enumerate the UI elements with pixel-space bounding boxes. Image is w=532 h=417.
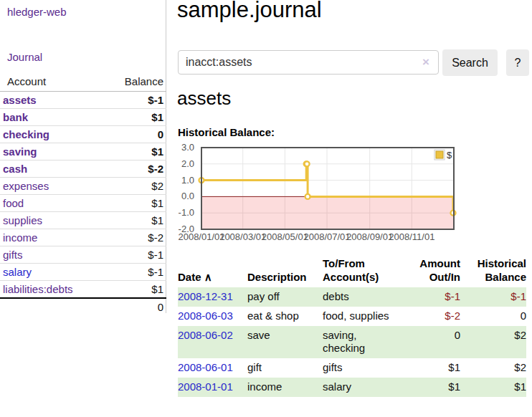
- accounts-total-balance: 0: [101, 298, 166, 315]
- negative-region: [201, 196, 454, 229]
- y-axis-tick-label: 0.0: [181, 191, 194, 201]
- register-header-row: Date ∧ Description To/From Account(s) Am…: [178, 255, 526, 287]
- account-row: assets $-1: [0, 92, 166, 109]
- sort-ascending-icon: ∧: [204, 271, 212, 283]
- transaction-balance: 0: [460, 307, 526, 326]
- account-balance: $-2: [101, 229, 166, 246]
- account-balance: $1: [101, 281, 166, 299]
- y-axis-tick-label: -1.0: [179, 207, 194, 218]
- x-axis-tick-label: 2008/01/01: [178, 231, 224, 242]
- transaction-accounts: food, supplies: [323, 307, 397, 326]
- account-heading: assets: [177, 87, 231, 110]
- account-row: food $1: [0, 195, 166, 212]
- sidebar-item-journal[interactable]: Journal: [7, 51, 42, 63]
- x-axis-tick-label: 2008/11/01: [389, 231, 434, 242]
- register-row: 2008-12-31 pay off debts $-1 $-1: [178, 287, 526, 307]
- transaction-accounts: salary: [323, 378, 397, 397]
- transaction-amount: 0: [397, 326, 460, 358]
- account-link-saving[interactable]: saving: [3, 145, 37, 158]
- y-axis-tick-label: 1.0: [181, 175, 194, 186]
- account-row: salary $-1: [0, 264, 166, 281]
- account-row: supplies $1: [0, 212, 166, 229]
- account-link-expenses[interactable]: expenses: [3, 180, 49, 192]
- transaction-balance: $2: [460, 326, 526, 358]
- transaction-amount: $1: [397, 358, 460, 378]
- transaction-balance: $-1: [460, 287, 526, 307]
- transaction-accounts: saving, checking: [323, 326, 397, 358]
- account-row: income $-2: [0, 229, 166, 246]
- transaction-date-link[interactable]: 2008-01-01: [178, 380, 233, 393]
- account-balance: $1: [101, 143, 166, 160]
- page-title: sample.journal: [177, 0, 322, 23]
- transaction-date-link[interactable]: 2008-06-01: [178, 361, 233, 373]
- transaction-description: pay off: [247, 287, 323, 307]
- account-link-assets[interactable]: assets: [3, 94, 37, 106]
- account-row: bank $1: [0, 109, 166, 126]
- data-point-marker: [305, 161, 310, 166]
- account-balance: $-2: [101, 160, 166, 178]
- search-input[interactable]: [178, 50, 439, 75]
- account-row: saving $1: [0, 143, 166, 160]
- account-link-checking[interactable]: checking: [3, 128, 49, 140]
- date-column-header[interactable]: Date ∧: [178, 255, 247, 287]
- description-column-header: Description: [247, 255, 323, 287]
- register-row: 2008-06-01 gift gifts $1 $2: [178, 358, 526, 378]
- account-balance: $2: [101, 178, 166, 195]
- y-axis-tick-label: 3.0: [181, 142, 194, 153]
- account-link-income[interactable]: income: [3, 231, 37, 244]
- accounts-total-row: 0: [0, 298, 166, 315]
- accounts-column-header: To/From Account(s): [323, 255, 397, 287]
- help-button[interactable]: ?: [506, 49, 529, 76]
- account-link-gifts[interactable]: gifts: [3, 249, 23, 261]
- transaction-date-link[interactable]: 2008-06-02: [178, 329, 233, 341]
- register-table: Date ∧ Description To/From Account(s) Am…: [178, 255, 526, 397]
- transaction-accounts: gifts: [323, 358, 397, 378]
- account-row: liabilities:debts $1: [0, 281, 166, 299]
- account-balance: $1: [101, 212, 166, 229]
- account-balance: $-1: [101, 246, 166, 264]
- accounts-header-row: Account Balance: [0, 72, 166, 92]
- account-link-food[interactable]: food: [3, 197, 24, 209]
- transaction-date-link[interactable]: 2008-06-03: [178, 310, 233, 322]
- balance-column-header: Balance: [101, 72, 166, 92]
- x-axis-tick-label: 2008/05/01: [262, 231, 308, 242]
- account-link-salary[interactable]: salary: [3, 266, 32, 278]
- balance-chart-svg: $3.02.01.00.0-1.0-2.02008/01/012008/03/0…: [172, 142, 460, 249]
- account-link-supplies[interactable]: supplies: [3, 214, 42, 226]
- x-axis-tick-label: 2008/07/01: [303, 231, 350, 242]
- x-axis-tick-label: 2008/09/01: [346, 231, 393, 242]
- search-button[interactable]: Search: [442, 49, 498, 76]
- account-balance: $-1: [101, 264, 166, 281]
- transaction-date-link[interactable]: 2008-12-31: [178, 290, 233, 302]
- transaction-balance: $1: [460, 378, 526, 397]
- account-balance: $1: [101, 195, 166, 212]
- y-axis-tick-label: 2.0: [181, 158, 194, 169]
- historical-balance-chart: $3.02.01.00.0-1.0-2.02008/01/012008/03/0…: [172, 142, 460, 249]
- balance-column-header: Historical Balance: [460, 255, 526, 287]
- legend-label: $: [447, 150, 452, 160]
- account-balance: 0: [101, 126, 166, 143]
- legend-swatch: [436, 151, 443, 158]
- accounts-balance-table: Account Balance assets $-1 bank $1 check…: [0, 72, 166, 315]
- account-row: cash $-2: [0, 160, 166, 178]
- account-row: expenses $2: [0, 178, 166, 195]
- account-balance: $-1: [101, 92, 166, 109]
- account-row: gifts $-1: [0, 246, 166, 264]
- account-link-liabilities-debts[interactable]: liabilities:debts: [3, 283, 73, 295]
- register-row: 2008-06-03 eat & shop food, supplies $-2…: [178, 307, 526, 326]
- transaction-description: eat & shop: [247, 307, 323, 326]
- account-row: checking 0: [0, 126, 166, 143]
- transaction-balance: $2: [460, 358, 526, 378]
- transaction-description: save: [247, 326, 323, 358]
- brand-link[interactable]: hledger-web: [7, 6, 67, 18]
- account-link-cash[interactable]: cash: [3, 163, 27, 175]
- clear-search-icon[interactable]: ×: [422, 56, 429, 68]
- account-balance: $1: [101, 109, 166, 126]
- date-header-label: Date: [178, 271, 201, 283]
- transaction-accounts: debts: [323, 287, 397, 307]
- register-row: 2008-06-02 save saving, checking 0 $2: [178, 326, 526, 358]
- account-link-bank[interactable]: bank: [3, 111, 28, 123]
- transaction-amount: $1: [397, 378, 460, 397]
- transaction-amount: $-1: [397, 287, 460, 307]
- transaction-description: income: [247, 378, 323, 397]
